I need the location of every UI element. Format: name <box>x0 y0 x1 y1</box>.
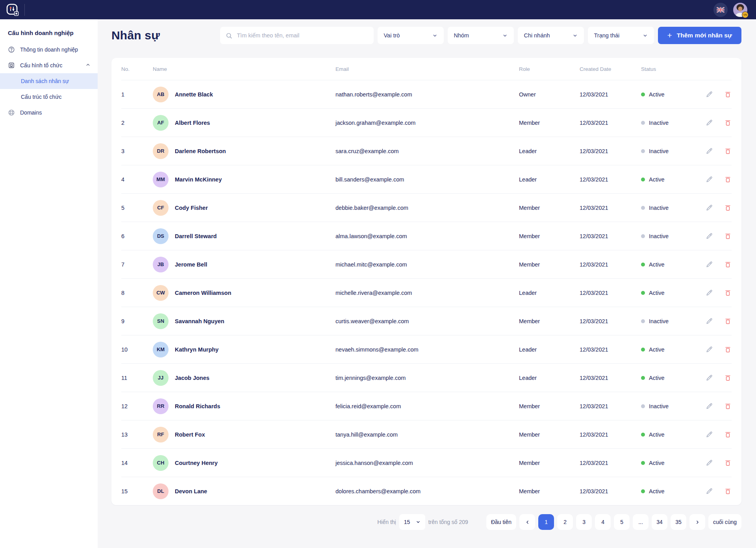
trash-icon <box>724 402 732 410</box>
user-avatar[interactable]: VN <box>733 3 747 17</box>
sidebar-item-personnel-list[interactable]: Danh sách nhân sự <box>0 73 98 89</box>
sidebar-item-label: Cấu hình tổ chức <box>20 62 62 68</box>
first-page-button[interactable]: Đầu tiên <box>486 514 516 530</box>
edit-button[interactable] <box>706 431 713 438</box>
edit-button[interactable] <box>706 176 713 183</box>
sidebar-item-label: Domains <box>20 109 42 116</box>
sidebar-item-company-info[interactable]: Thông tin doanh nghiệp <box>0 42 98 57</box>
avatar: DL <box>153 483 169 499</box>
page-button-3[interactable]: 3 <box>576 514 592 530</box>
edit-button[interactable] <box>706 374 713 381</box>
app-logo-icon <box>6 3 20 17</box>
row-actions <box>706 317 732 325</box>
page-button-2[interactable]: 2 <box>557 514 573 530</box>
row-email: tim.jennings@example.com <box>335 375 519 381</box>
delete-button[interactable] <box>724 374 732 381</box>
edit-button[interactable] <box>706 289 713 296</box>
edit-button[interactable] <box>706 402 713 410</box>
edit-button[interactable] <box>706 487 713 495</box>
avatar: DR <box>153 143 169 159</box>
row-number: 15 <box>121 488 153 494</box>
delete-button[interactable] <box>724 346 732 353</box>
status-dot-icon <box>641 489 645 493</box>
delete-button[interactable] <box>724 204 732 211</box>
edit-button[interactable] <box>706 204 713 211</box>
page-button-5[interactable]: 5 <box>614 514 630 530</box>
row-created-date: 12/03/2021 <box>580 91 641 98</box>
row-name: Darrell Steward <box>175 233 217 239</box>
page-button-4[interactable]: 4 <box>595 514 611 530</box>
row-email: jessica.hanson@example.com <box>335 460 519 466</box>
filter-group[interactable]: Nhóm <box>448 27 514 44</box>
row-name-cell: KM Kathryn Murphy <box>153 342 335 357</box>
trash-icon <box>724 459 732 467</box>
row-name: Marvin McKinney <box>175 176 222 183</box>
topbar: VN <box>0 0 756 19</box>
row-email: felicia.reid@example.com <box>335 403 519 409</box>
edit-button[interactable] <box>706 147 713 155</box>
delete-button[interactable] <box>724 487 732 495</box>
add-personnel-button[interactable]: + Thêm mới nhân sự <box>658 27 742 44</box>
column-header-name: Name <box>153 66 335 72</box>
row-name: Savannah Nguyen <box>175 318 224 324</box>
sidebar-item-org-config[interactable]: Cấu hình tổ chức <box>0 57 98 73</box>
pencil-icon <box>706 289 713 296</box>
edit-button[interactable] <box>706 91 713 98</box>
language-flag-button[interactable] <box>713 3 728 17</box>
edit-button[interactable] <box>706 261 713 268</box>
filter-label: Trạng thái <box>594 32 620 39</box>
trash-icon <box>724 91 732 98</box>
edit-button[interactable] <box>706 346 713 353</box>
edit-button[interactable] <box>706 459 713 467</box>
sidebar-item-domains[interactable]: Domains <box>0 105 98 120</box>
table-row: 7 JB Jerome Bell michael.mitc@example.co… <box>121 250 732 278</box>
pencil-icon <box>706 147 713 155</box>
delete-button[interactable] <box>724 176 732 183</box>
delete-button[interactable] <box>724 232 732 240</box>
row-name-cell: MM Marvin McKinney <box>153 172 335 187</box>
status-label: Active <box>649 261 665 268</box>
table-row: 9 SN Savannah Nguyen curtis.weaver@examp… <box>121 307 732 335</box>
table-row: 5 CF Cody Fisher debbie.baker@example.co… <box>121 193 732 222</box>
sidebar-item-org-structure[interactable]: Cấu trúc tổ chức <box>0 89 98 105</box>
table-header: No. Name Email Role Created Date Status <box>121 58 732 80</box>
delete-button[interactable] <box>724 289 732 296</box>
delete-button[interactable] <box>724 91 732 98</box>
delete-button[interactable] <box>724 261 732 268</box>
filter-role[interactable]: Vai trò <box>378 27 444 44</box>
delete-button[interactable] <box>724 431 732 438</box>
status-label: Active <box>649 91 665 98</box>
row-actions <box>706 459 732 467</box>
delete-button[interactable] <box>724 119 732 126</box>
last-page-button[interactable]: cuối cùng <box>708 514 741 530</box>
search-input[interactable] <box>236 32 368 39</box>
edit-button[interactable] <box>706 119 713 126</box>
row-created-date: 12/03/2021 <box>580 431 641 438</box>
page-button-1[interactable]: 1 <box>538 514 554 530</box>
pencil-icon <box>706 232 713 240</box>
delete-button[interactable] <box>724 317 732 325</box>
trash-icon <box>724 289 732 296</box>
page-button-34[interactable]: 34 <box>652 514 667 530</box>
delete-button[interactable] <box>724 147 732 155</box>
filter-branch[interactable]: Chi nhánh <box>518 27 584 44</box>
sidebar-item-label: Thông tin doanh nghiệp <box>20 46 78 53</box>
status-dot-icon <box>641 234 645 238</box>
row-actions <box>706 232 732 240</box>
page-size-select[interactable]: 15 <box>399 514 425 530</box>
row-role: Member <box>519 403 580 409</box>
chevron-down-icon <box>643 33 648 38</box>
delete-button[interactable] <box>724 459 732 467</box>
status-label: Inactive <box>649 403 669 409</box>
prev-page-button[interactable] <box>519 514 535 530</box>
page-ellipsis[interactable]: ... <box>633 514 649 530</box>
page-button-35[interactable]: 35 <box>671 514 686 530</box>
row-number: 4 <box>121 176 153 183</box>
table-row: 10 KM Kathryn Murphy nevaeh.simmons@exam… <box>121 335 732 363</box>
delete-button[interactable] <box>724 402 732 410</box>
avatar: CF <box>153 200 169 216</box>
edit-button[interactable] <box>706 317 713 325</box>
filter-status[interactable]: Trạng thái <box>588 27 654 44</box>
next-page-button[interactable] <box>689 514 705 530</box>
edit-button[interactable] <box>706 232 713 240</box>
